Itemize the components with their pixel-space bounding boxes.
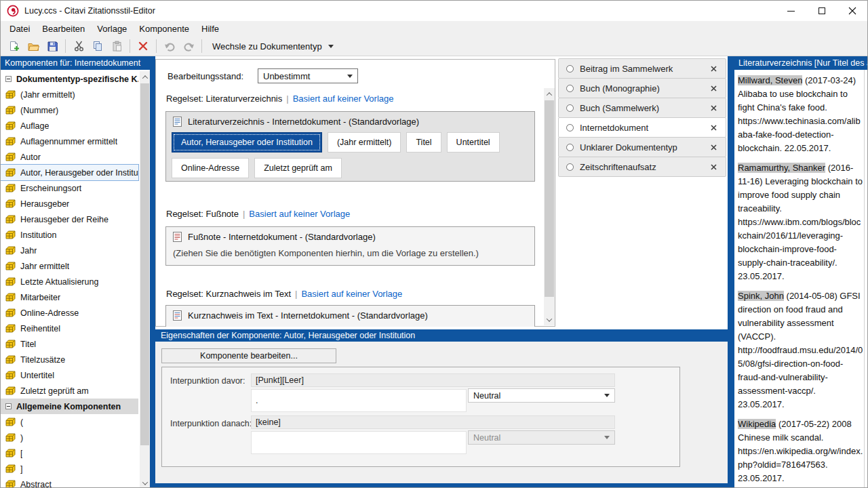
document-type-tab[interactable]: Unklarer Dokumententyp [558, 137, 726, 157]
scroll-up-icon[interactable] [140, 71, 150, 83]
editing-status-label: Bearbeitungsstand: [167, 71, 258, 81]
based-on-no-template-link[interactable]: Basiert auf keiner Vorlage [301, 289, 402, 299]
scrollbar-thumb[interactable] [140, 83, 149, 445]
scrollbar-thumb[interactable] [545, 100, 554, 297]
scroll-down-icon[interactable] [140, 477, 150, 488]
menu-item[interactable]: Vorlage [91, 22, 133, 36]
document-type-tab[interactable]: Internetdokument [558, 117, 726, 138]
component-brick-icon [5, 121, 16, 130]
menu-item[interactable]: Bearbeiten [36, 22, 91, 36]
component-item[interactable]: ] [1, 461, 138, 476]
scroll-down-icon[interactable] [544, 314, 555, 325]
remove-document-type-button[interactable] [708, 122, 719, 133]
component-item[interactable]: Autor [1, 149, 138, 165]
minimize-button[interactable] [776, 1, 806, 21]
maximize-button[interactable] [806, 1, 837, 21]
based-on-no-template-link[interactable]: Basiert auf keiner Vorlage [293, 94, 394, 104]
paste-button[interactable] [107, 38, 126, 54]
component-item[interactable]: ( [1, 414, 138, 430]
delete-button[interactable] [134, 38, 153, 54]
component-item[interactable]: [ [1, 445, 138, 461]
component-item[interactable]: Herausgeber [1, 196, 138, 211]
document-type-tab[interactable]: Buch (Monographie) [558, 78, 726, 98]
ruleset-footnote-label: Regelset: Fußnote|Basiert auf keiner Vor… [166, 209, 350, 219]
component-label: Online-Adresse [20, 308, 79, 318]
collapse-icon[interactable] [5, 403, 12, 409]
switch-document-type-button[interactable]: Wechsle zu Dokumententyp [205, 39, 340, 54]
punctuation-before-style-dropdown[interactable]: Neutral [468, 388, 615, 403]
menu-item[interactable]: Komponente [133, 22, 195, 36]
punctuation-before-input[interactable] [251, 389, 467, 412]
radio-icon [566, 104, 574, 112]
remove-document-type-button[interactable] [708, 83, 719, 94]
component-item[interactable]: Herausgeber der Reihe [1, 211, 138, 227]
toolbar-separator [130, 39, 130, 53]
component-item[interactable]: (Nummer) [1, 102, 138, 118]
menu-item[interactable]: Datei [3, 22, 36, 36]
component-item[interactable]: Auflage [1, 118, 138, 134]
document-type-tab[interactable]: Buch (Sammelwerk) [558, 98, 726, 118]
document-type-tab[interactable]: Beitrag im Sammelwerk [558, 58, 726, 79]
component-item[interactable]: (Jahr ermittelt) [1, 87, 138, 102]
component-item[interactable]: Reihentitel [1, 321, 138, 336]
sidebar-scrollbar[interactable] [140, 71, 150, 488]
close-icon [711, 164, 717, 170]
component-item[interactable]: Jahr ermittelt [1, 258, 138, 274]
component-brick-icon [5, 433, 16, 442]
component-label: Jahr ermittelt [20, 262, 69, 271]
entry-author: Spink, John [738, 291, 784, 301]
based-on-no-template-link[interactable]: Basiert auf keiner Vorlage [249, 209, 350, 219]
component-chip[interactable]: Titel [406, 132, 441, 152]
editing-status-dropdown[interactable]: Unbestimmt [258, 68, 358, 83]
component-label: [ [20, 449, 22, 458]
punctuation-after-input[interactable] [251, 431, 467, 454]
document-type-tab[interactable]: Zeitschriftenaufsatz [558, 157, 726, 177]
component-item[interactable]: Institution [1, 227, 138, 243]
scroll-up-icon[interactable] [544, 88, 555, 100]
component-item[interactable]: Dokumententyp-spezifische K... [1, 71, 138, 87]
save-button[interactable] [43, 38, 62, 54]
component-item[interactable]: Untertitel [1, 367, 138, 383]
component-item[interactable]: Zuletzt geprüft am [1, 383, 138, 399]
remove-document-type-button[interactable] [708, 63, 719, 74]
undo-button[interactable] [160, 38, 179, 54]
intext-template-box: Kurznachweis im Text - Internetdokument … [165, 305, 535, 327]
component-brick-icon [5, 324, 16, 333]
collapse-icon[interactable] [5, 76, 12, 82]
punctuation-after-style-dropdown[interactable]: Neutral [468, 430, 615, 445]
component-item[interactable]: Auflagennummer ermittelt [1, 134, 138, 149]
cut-button[interactable] [69, 38, 88, 54]
component-label: Titelzusätze [20, 355, 65, 365]
component-chip[interactable]: Zuletzt geprüft am [254, 158, 342, 178]
component-item[interactable]: Online-Adresse [1, 305, 138, 321]
component-item[interactable]: Erscheinungsort [1, 180, 138, 196]
component-item[interactable]: ) [1, 430, 138, 445]
component-label: Untertitel [20, 371, 54, 380]
open-button[interactable] [24, 38, 43, 54]
component-chip[interactable]: Untertitel [447, 132, 500, 152]
remove-document-type-button[interactable] [708, 142, 719, 152]
toolbar-separator [156, 39, 157, 53]
copy-button[interactable] [88, 38, 107, 54]
edit-component-button[interactable]: Komponente bearbeiten... [161, 348, 336, 363]
component-item[interactable]: Mitarbeiter [1, 289, 138, 305]
new-style-button[interactable] [5, 38, 24, 54]
component-chip[interactable]: (Jahr ermittelt) [328, 132, 401, 152]
remove-document-type-button[interactable] [708, 161, 719, 172]
component-brick-icon [5, 137, 16, 146]
component-item[interactable]: Titel [1, 336, 138, 352]
remove-document-type-button[interactable] [708, 102, 719, 113]
component-item[interactable]: Jahr [1, 243, 138, 258]
component-item[interactable]: Allgemeine Komponenten [1, 399, 138, 414]
redo-button[interactable] [179, 38, 198, 54]
menu-item[interactable]: Hilfe [195, 22, 225, 36]
component-item[interactable]: Titelzusätze [1, 352, 138, 367]
component-chip[interactable]: Autor, Herausgeber oder Institution [172, 132, 322, 152]
component-item[interactable]: Autor, Herausgeber oder Instituti... [1, 165, 138, 180]
component-brick-icon [5, 308, 16, 317]
component-item[interactable]: Abstract [1, 476, 138, 488]
editor-scrollbar[interactable] [544, 88, 555, 325]
component-item[interactable]: Letzte Aktualisierung [1, 274, 138, 289]
component-chip[interactable]: Online-Adresse [172, 158, 249, 178]
close-button[interactable] [837, 1, 867, 21]
